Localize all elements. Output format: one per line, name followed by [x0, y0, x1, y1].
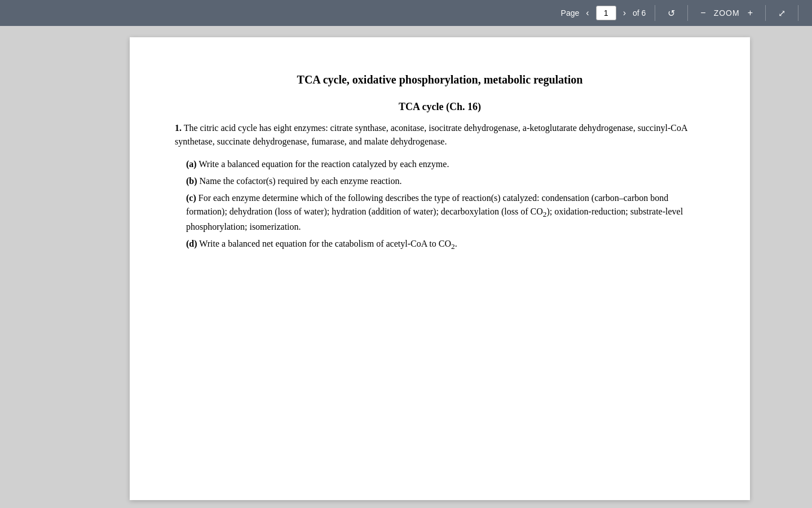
question-number: 1. [175, 123, 182, 133]
sub-d-co2: 2 [451, 239, 455, 248]
page-label: Page [561, 8, 580, 17]
toolbar: Page ‹ › of 6 ↺ − ZOOM + ⤢ [0, 0, 812, 26]
zoom-out-button[interactable]: − [697, 6, 709, 20]
sub-b-text: Name the cofactor(s) required by each en… [200, 176, 402, 186]
sub-item-d: (d) Write a balanced net equation for th… [186, 237, 705, 252]
sub-c-label: (c) [186, 193, 196, 203]
document-viewer[interactable]: TCA cycle, oxidative phosphorylation, me… [79, 26, 801, 508]
sub-a-label: (a) [186, 159, 197, 169]
separator-1 [655, 5, 655, 21]
separator-2 [687, 5, 688, 21]
sub-b-label: (b) [186, 176, 197, 186]
main-area: TCA cycle, oxidative phosphorylation, me… [0, 26, 812, 508]
separator-4 [798, 5, 798, 21]
right-panel [801, 26, 812, 508]
sub-item-b: (b) Name the cofactor(s) required by eac… [186, 174, 705, 188]
section-title: TCA cycle (Ch. 16) [175, 99, 705, 115]
left-panel [0, 26, 79, 508]
prev-page-button[interactable]: ‹ [582, 6, 592, 20]
rotate-button[interactable]: ↺ [664, 6, 678, 21]
document-page: TCA cycle, oxidative phosphorylation, me… [130, 37, 750, 500]
sub-d-period: . [455, 239, 457, 248]
main-title: TCA cycle, oxidative phosphorylation, me… [175, 71, 705, 88]
sub-questions: (a) Write a balanced equation for the re… [186, 157, 705, 252]
separator-3 [765, 5, 766, 21]
page-navigation: Page ‹ › of 6 [561, 6, 646, 20]
page-number-input[interactable] [596, 6, 616, 20]
question-text: The citric acid cycle has eight enzymes:… [175, 123, 687, 146]
page-total: of 6 [633, 8, 646, 17]
sub-d-label: (d) [186, 239, 197, 248]
fit-page-button[interactable]: ⤢ [775, 6, 789, 21]
zoom-in-button[interactable]: + [744, 6, 756, 20]
zoom-label: ZOOM [714, 8, 740, 17]
sub-item-a: (a) Write a balanced equation for the re… [186, 157, 705, 171]
sub-a-text: Write a balanced equation for the reacti… [198, 159, 449, 169]
question-1: 1. The citric acid cycle has eight enzym… [175, 121, 705, 252]
sub-d-text: Write a balanced net equation for the ca… [199, 239, 451, 248]
sub-item-c: (c) For each enzyme determine which of t… [186, 191, 705, 234]
next-page-button[interactable]: › [620, 6, 629, 20]
